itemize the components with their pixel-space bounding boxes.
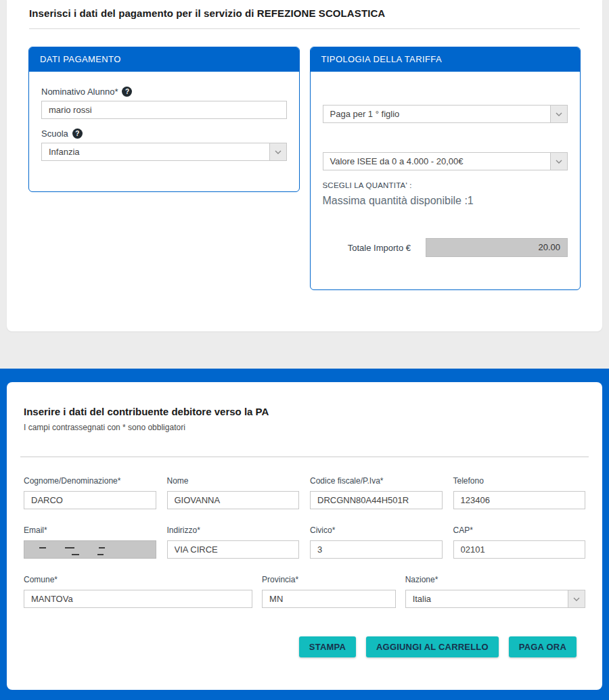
debtor-fields-grid: Cognome/Denominazione* Nome Codice fisca… — [16, 476, 593, 559]
email-field: Email* — [24, 526, 156, 559]
civico-input[interactable] — [310, 540, 443, 559]
debtor-divider — [20, 457, 589, 457]
massima-quantita-text: Massima quantità disponibile :1 — [323, 195, 568, 207]
nominativo-alunno-label-row: Nominativo Alunno* ? — [41, 87, 287, 97]
telefono-input[interactable] — [453, 491, 586, 509]
chevron-down-icon — [550, 153, 567, 170]
debtor-section-band: Inserire i dati del contribuente debitor… — [0, 369, 609, 700]
nominativo-alunno-label: Nominativo Alunno* — [41, 87, 118, 97]
panels-container: DATI PAGAMENTO Nominativo Alunno* ? Scuo… — [7, 29, 602, 290]
isee-select[interactable]: Valore ISEE da 0 a 4.000 - 20,00€ — [323, 152, 568, 170]
isee-select-value: Valore ISEE da 0 a 4.000 - 20,00€ — [323, 153, 551, 170]
nazione-select[interactable]: Italia — [405, 590, 585, 608]
help-icon[interactable]: ? — [122, 87, 132, 97]
scegli-quantita-label: SCEGLI LA QUANTITA' : — [323, 181, 568, 189]
provincia-input[interactable] — [262, 590, 396, 608]
cap-input[interactable] — [453, 540, 586, 559]
email-label: Email* — [24, 526, 156, 535]
civico-field: Civico* — [310, 526, 443, 559]
civico-label: Civico* — [310, 526, 443, 535]
totale-importo-row: Totale Importo € 20.00 — [323, 238, 568, 257]
indirizzo-field: Indirizzo* — [167, 526, 300, 559]
indirizzo-input[interactable] — [167, 540, 300, 559]
debtor-fields-grid-row3: Comune* Provincia* Nazione* Italia — [16, 575, 593, 608]
telefono-field: Telefono — [453, 476, 586, 509]
email-input-disabled — [24, 540, 156, 559]
action-buttons-row: STAMPA AGGIUNGI AL CARRELLO PAGA ORA — [16, 636, 593, 657]
figlio-select-value: Paga per 1 ° figlio — [323, 106, 551, 122]
figlio-select[interactable]: Paga per 1 ° figlio — [323, 105, 568, 123]
cognome-input[interactable] — [24, 491, 156, 509]
nazione-label: Nazione* — [405, 575, 585, 584]
chevron-down-icon — [269, 143, 286, 160]
nome-label: Nome — [167, 476, 300, 486]
stampa-button[interactable]: STAMPA — [299, 636, 356, 657]
nome-input[interactable] — [167, 491, 300, 509]
cap-field: CAP* — [453, 526, 586, 559]
cognome-field: Cognome/Denominazione* — [24, 476, 156, 509]
payment-data-card: Inserisci i dati del pagamento per il se… — [7, 0, 602, 331]
page-title: Inserisci i dati del pagamento per il se… — [7, 0, 602, 19]
debtor-data-card: Inserire i dati del contribuente debitor… — [7, 382, 602, 690]
chevron-down-icon — [568, 590, 585, 607]
indirizzo-label: Indirizzo* — [167, 526, 300, 535]
codice-fiscale-field: Codice fiscale/P.Iva* — [310, 476, 443, 509]
nazione-select-value: Italia — [406, 590, 568, 607]
cognome-label: Cognome/Denominazione* — [24, 476, 156, 486]
comune-input[interactable] — [24, 590, 252, 608]
scuola-label: Scuola — [41, 129, 68, 139]
nazione-field: Nazione* Italia — [405, 575, 585, 608]
codice-fiscale-label: Codice fiscale/P.Iva* — [310, 476, 443, 486]
tipologia-tariffa-panel: TIPOLOGIA DELLA TARIFFA Paga per 1 ° fig… — [310, 47, 581, 290]
dati-pagamento-panel: DATI PAGAMENTO Nominativo Alunno* ? Scuo… — [28, 47, 300, 192]
tipologia-tariffa-header: TIPOLOGIA DELLA TARIFFA — [311, 47, 581, 72]
scuola-label-row: Scuola ? — [41, 129, 287, 139]
comune-label: Comune* — [24, 575, 252, 584]
nominativo-alunno-input[interactable] — [41, 101, 287, 119]
totale-importo-label: Totale Importo € — [348, 243, 411, 253]
scuola-select[interactable]: Infanzia — [41, 143, 287, 161]
cap-label: CAP* — [453, 526, 586, 535]
telefono-label: Telefono — [453, 476, 586, 486]
chevron-down-icon — [550, 106, 567, 122]
help-icon[interactable]: ? — [72, 129, 83, 139]
nome-field: Nome — [167, 476, 300, 509]
provincia-field: Provincia* — [262, 575, 396, 608]
totale-importo-value: 20.00 — [426, 238, 568, 257]
paga-ora-button[interactable]: PAGA ORA — [509, 636, 577, 657]
aggiungi-al-carrello-button[interactable]: AGGIUNGI AL CARRELLO — [366, 636, 499, 657]
provincia-label: Provincia* — [262, 575, 396, 584]
debtor-title: Inserire i dati del contribuente debitor… — [16, 406, 593, 417]
comune-field: Comune* — [24, 575, 252, 608]
debtor-subtitle: I campi contrassegnati con * sono obblig… — [16, 423, 593, 432]
codice-fiscale-input[interactable] — [310, 491, 443, 509]
scuola-select-value: Infanzia — [42, 143, 269, 160]
dati-pagamento-header: DATI PAGAMENTO — [29, 47, 299, 72]
